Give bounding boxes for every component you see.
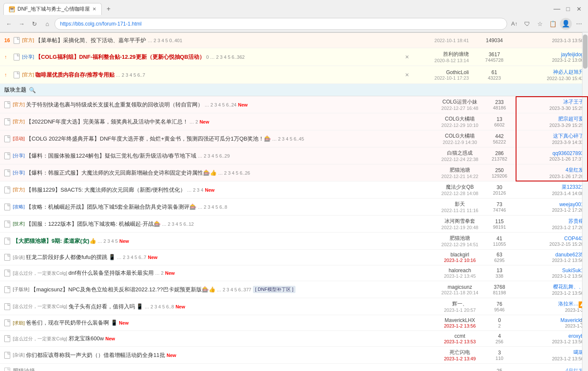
thread-title-row-1[interactable]: 关于特别快递包裹与特级成长支援礼盒重复领取的回收说明（转自官网） … 2 3 4… <box>26 101 248 109</box>
author-date-3: 2022-10-1 17:23 <box>418 75 469 81</box>
thread-title-row-6[interactable]: 【韩服1229】S8ACT5: 大魔法师的次元回廊（新图/便利性优化） … 2 … <box>26 186 215 194</box>
views-count-5: 129206 <box>482 173 516 178</box>
stats-block-11: 13 338 <box>482 267 516 279</box>
new-tab-button[interactable]: + <box>103 4 114 14</box>
close-window-button[interactable]: ✕ <box>575 5 583 13</box>
thread-row-15: [这么过分，一定要发Colg] 邪龙宝珠600w New ccmt 2023-1… <box>0 331 588 347</box>
author-block-3: COLG大橘喵 2022-12-9 14:30 <box>441 132 479 145</box>
last-block-8: 苏贵穰 2023-1-2 17:20 <box>520 218 584 230</box>
file-icon-10 <box>4 254 10 261</box>
thread-title-row-15[interactable]: 邪龙宝珠600w New <box>69 335 115 342</box>
last-date-1: 2023-1-3 13:50 <box>520 38 584 43</box>
forward-button[interactable]: → <box>16 18 27 29</box>
thread-title-row-5[interactable]: 【爆料：韩服正式服】大魔法师的次元回廊新增融合史诗和固定史诗属性🎰👍 … 2 3… <box>26 169 250 177</box>
thread-title-row-8[interactable]: 【国服：1222版本】团队地下城攻略: 机械崛起·开战🎰 … 2 3 4 5 6… <box>26 220 194 228</box>
thread-title-row-3[interactable]: 【COLG 2022年终盛典开幕】DNF年度大选开赛，灿烂+黄金书，预测四强还可… <box>26 135 304 143</box>
menu-button[interactable]: ⋯ <box>574 18 585 29</box>
last-user-t16[interactable]: 噶璐 <box>520 349 584 356</box>
thread-row-5: [分享] 【爆料：韩服正式服】大魔法师的次元回廊新增融合史诗和固定史诗属性🎰👍 … <box>0 164 588 181</box>
author-block-5: 肥猫池塘 2022-12-21 14:22 <box>441 167 479 179</box>
thread-title-row-13[interactable]: 兔子头有点好看，值得入吗 📱 … 2 3 4 5 6..8 New <box>69 303 185 311</box>
active-tab[interactable]: ☕ DNF_地下城与勇士_心情咖啡屋 ✕ <box>3 3 102 15</box>
views-count-15: 256 <box>482 339 516 344</box>
last-user-3[interactable]: 神必人赵旭升 <box>520 69 584 76</box>
thread-row-6: [官方] 【韩服1229】S8ACT5: 大魔法师的次元回廊（新图/便利性优化）… <box>0 181 588 198</box>
thread-title-row-16[interactable]: 你们都应该尊称我一声大奶（）借着增幅活动奶全身11批 New <box>26 351 176 359</box>
thread-tag-5: [分享] <box>13 170 25 176</box>
last-post-1: 2023-1-3 13:50 <box>520 38 584 43</box>
thread-title-row-10[interactable]: 狂龙二阶段好多人都傻fufu的摆跳 📱 … 2 3 4 5 6..7 New <box>26 253 158 261</box>
thread-row-9: 【大肥猫池塘】9期: 柔道家(女)👍 … 2 3 4 5 New 肥猫池塘 20… <box>0 233 588 250</box>
replies-count-14: 0 <box>482 317 516 323</box>
profile-button[interactable]: 👤 <box>560 18 572 30</box>
thread-meta-row-11: haloreach 2023-1-2 13:45 13 338 SukiSuk1… <box>441 267 584 279</box>
last-user-t6[interactable]: 菜123321 <box>520 184 584 191</box>
maximize-button[interactable]: □ <box>564 5 572 13</box>
back-button[interactable]: ← <box>3 18 14 29</box>
last-user-t9[interactable]: COP443 <box>520 236 584 242</box>
thread-title-row-11[interactable]: dnf有什么装备坚持版本最长最实用 … 2 New <box>69 269 175 277</box>
reader-mode-button[interactable]: A↑ <box>509 18 520 29</box>
last-user-t17[interactable]: 4皇红发 <box>520 367 584 371</box>
last-user-t3[interactable]: 这下真心碎了 <box>520 132 584 140</box>
tab-close-button[interactable]: ✕ <box>92 6 96 12</box>
last-user-t5[interactable]: 4皇红发 <box>520 167 584 174</box>
thread-title-2[interactable]: 【COLG福利组】DNF-福利整合贴-12.29更新（更新心悦抽QB活动） 0 … <box>35 53 245 61</box>
address-bar[interactable]: https://bbs.colg.cn/forum-171-1.html <box>54 18 507 30</box>
author-11t: haloreach <box>441 267 479 273</box>
replies-count-5: 250 <box>482 167 516 173</box>
thread-title-row-4[interactable]: 【爆料：国服体验服1224解包】疑似三觉礼包/新升级活动/春节地下域 … 2 3… <box>26 152 229 160</box>
last-user-t7[interactable]: weejay001 <box>520 201 584 207</box>
scrollbar-thumb[interactable] <box>583 35 588 69</box>
author-10t: blackgirl <box>441 252 479 258</box>
author-2: 胜利的缠绕 2020-8-12 13:14 <box>418 51 469 63</box>
views-count-14: 2 <box>482 323 516 328</box>
thread-meta-row-17: 25 4皇红发 <box>441 367 584 371</box>
thread-title-row-2[interactable]: 【2022DNF年度大选】完美落幕，颁奖典礼及活动中奖名单汇总！ … 2 New <box>26 118 209 126</box>
last-user-t12[interactable]: 樱花乱舞、、 <box>520 283 584 290</box>
last-user-2[interactable]: jayfeijidog <box>520 52 584 58</box>
thread-title-row-7[interactable]: 【攻略：机械崛起开战】团队地下城5套全新融合防具史诗装备测评🎰 … 2 3 4 … <box>26 203 227 211</box>
last-user-t14[interactable]: MaverickL <box>520 317 584 323</box>
search-icon[interactable]: 🔍 <box>29 87 36 93</box>
thread-row-1: [官方] 关于特别快递包裹与特级成长支援礼盒重复领取的回收说明（转自官网） … … <box>0 96 588 113</box>
thread-title-row-9[interactable]: 【大肥猫池塘】9期: 柔道家(女)👍 … 2 3 4 5 New <box>13 237 129 245</box>
adate-16: 2023-1-2 13:49 <box>441 356 479 361</box>
thread-meta-row-4: 白猫之惑成 2022-12-24 22:38 286 213782 qq9360… <box>441 150 584 162</box>
author-block-10: blackgirl 2023-1-2 10:16 <box>441 252 479 263</box>
close-btn-3[interactable]: ✕ <box>405 72 409 78</box>
last-user-t1[interactable]: 冰孑王子 <box>520 98 584 106</box>
thread-tag-8: [技术] <box>13 221 25 227</box>
last-user-t4[interactable]: qq936027893 <box>520 150 584 156</box>
last-user-t13[interactable]: 洛拉米…… <box>520 300 584 308</box>
views-count-8: 98191 <box>482 224 516 230</box>
thread-title-3[interactable]: 咖啡屋优质内容自存/推荐专用贴 … 2 3 4 5 6..7 <box>35 71 145 79</box>
favorites-button[interactable]: ☆ <box>534 18 545 29</box>
stats-block-4: 286 213782 <box>482 150 516 161</box>
last-user-t10[interactable]: danube6235 <box>520 252 584 258</box>
tracking-button[interactable]: 🛡 <box>522 18 533 29</box>
last-user-t15[interactable]: eroxyb <box>520 333 584 339</box>
thread-title-row-12[interactable]: 【magicsunz】NPC及角色立绘相关反和谐2022.12.??巴卡妮预更新… <box>31 286 251 293</box>
collections-button[interactable]: 📋 <box>547 18 558 29</box>
thread-title-row-17[interactable]: 肥猫油墙... <box>13 367 40 371</box>
stats-block-5: 250 129206 <box>482 167 516 178</box>
thread-meta-row-8: 冰河阁雪拳套 2022-12-19 20:48 115 98191 苏贵穰 20… <box>441 218 584 230</box>
last-post-2: jayfeijidog 2023-1-2 13:00 <box>520 52 584 63</box>
last-user-t2[interactable]: 肥宗超可爱 <box>520 115 584 123</box>
last-user-t8[interactable]: 苏贵穰 <box>520 218 584 225</box>
last-user-t11[interactable]: SukiSuk1 <box>520 267 584 273</box>
stats-block-13: 76 9546 <box>482 301 516 312</box>
home-button[interactable]: ⌂ <box>42 18 53 29</box>
thread-row-7: [攻略] 【攻略：机械崛起开战】团队地下城5套全新融合防具史诗装备测评🎰 … 2… <box>0 198 588 216</box>
minimize-button[interactable]: — <box>553 5 561 13</box>
thread-meta-row-3: COLG大橘喵 2022-12-9 14:30 442 56222 这下真心碎了… <box>441 132 584 145</box>
close-btn-2[interactable]: ✕ <box>405 54 409 60</box>
thread-title-1[interactable]: 【菜单帖】采摘化简、投下活动、嘉年平手炉 … 2 3 4 5 0..401 <box>35 37 182 44</box>
scrollbar-track[interactable] <box>582 33 588 371</box>
section-title: 版块主题 <box>4 86 26 94</box>
thread-title-row-14[interactable]: 爸爸们，现在平民奶带什么装备啊 📱 New <box>26 319 129 327</box>
adate-8: 2022-12-19 20:48 <box>441 225 479 230</box>
reload-button[interactable]: ↻ <box>29 18 40 29</box>
adate-13: 2023-1-1 20:57 <box>441 308 479 313</box>
